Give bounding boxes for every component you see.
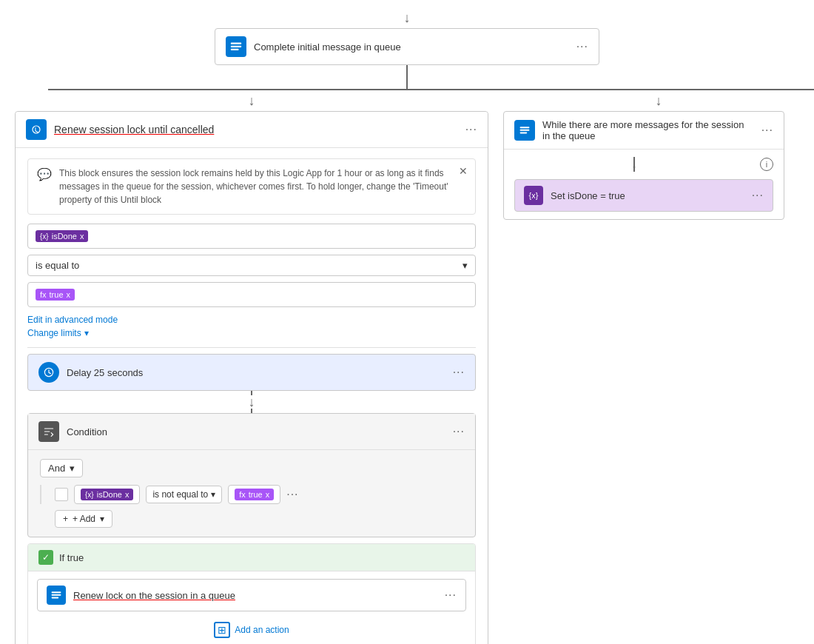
right-column: While there are more messages for the se…: [503, 111, 784, 220]
if-true-add-action[interactable]: ⊞ Add an action: [37, 617, 466, 643]
renew-lock-menu[interactable]: ···: [445, 588, 457, 602]
renew-lock-action: Renew lock on the session in a queue ···: [37, 579, 466, 611]
if-true-block: ✓ If true: [27, 543, 476, 644]
func-icon: fx: [40, 290, 47, 299]
complete-message-title: Complete initial message in queue: [254, 41, 569, 53]
set-var-title: Set isDone = true: [551, 190, 744, 201]
svg-rect-2: [231, 49, 239, 50]
while-body: ↓ i {x} Set isDone = true ···: [504, 150, 784, 219]
isdone-close[interactable]: x: [80, 232, 84, 241]
left-column: Renew session lock until cancelled ··· 💬…: [15, 111, 488, 644]
add-plus-icon: +: [63, 514, 68, 524]
true-chip[interactable]: fx true x: [36, 289, 75, 301]
operator-chevron: ▾: [462, 260, 468, 271]
cond-isdone-chip[interactable]: {x} isDone x: [81, 489, 133, 500]
add-condition-btn[interactable]: + + Add ▾: [55, 510, 112, 528]
renew-lock-svg: [50, 589, 62, 601]
change-limits-link[interactable]: Change limits ▾: [27, 328, 476, 338]
while-title: While there are more messages for the se…: [542, 119, 754, 141]
chip-var-icon: {x}: [40, 232, 49, 241]
if-true-body: Renew lock on the session in a queue ···…: [28, 571, 475, 644]
while-block: While there are more messages for the se…: [503, 111, 784, 220]
queue-svg: [229, 40, 243, 53]
delay-to-condition-connector: ↓: [27, 391, 476, 413]
complete-message-menu[interactable]: ···: [576, 40, 588, 53]
while-menu[interactable]: ···: [761, 124, 773, 137]
if-true-icon: ✓: [38, 550, 53, 565]
until-svg: [30, 124, 42, 135]
condition-title: Condition: [67, 426, 107, 437]
delay-icon: [38, 362, 59, 383]
svg-rect-4: [52, 591, 61, 593]
svg-rect-1: [231, 46, 241, 47]
and-row: And ▾: [40, 459, 463, 477]
delay-title: Delay 25 seconds: [67, 367, 143, 378]
condition-header: Condition ···: [28, 414, 475, 450]
top-arrow: ↓: [404, 7, 411, 28]
left-branch-arrow: ↓: [249, 90, 255, 111]
true-label: true: [50, 290, 64, 299]
set-var-icon: {x}: [524, 186, 543, 205]
until-info-text: This block ensures the session lock rema…: [59, 167, 466, 207]
until-body: 💬 This block ensures the session lock re…: [16, 148, 488, 644]
delay-svg: [43, 366, 55, 378]
if-true-header: ✓ If true: [28, 544, 475, 571]
cond-chip-icon: {x}: [85, 491, 94, 499]
condition-icon: [38, 421, 59, 442]
until-header: Renew session lock until cancelled ···: [16, 112, 488, 148]
set-var-menu[interactable]: ···: [752, 189, 764, 202]
svg-rect-9: [520, 132, 528, 133]
svg-rect-8: [520, 130, 530, 131]
while-connector: ↓: [514, 157, 754, 172]
isdone-field[interactable]: {x} isDone x: [27, 224, 476, 249]
until-links: Edit in advanced mode Change limits ▾: [27, 315, 476, 338]
condition-row: {x} isDone x is not equal to ▾: [40, 485, 463, 504]
info-close-btn[interactable]: ✕: [459, 165, 468, 177]
cond-value-field[interactable]: fx true x: [228, 485, 280, 504]
svg-rect-7: [520, 127, 530, 128]
while-svg: [519, 124, 531, 136]
condition-svg: [43, 426, 55, 437]
renew-lock-title: Renew lock on the session in a queue: [73, 590, 437, 601]
condition-menu[interactable]: ···: [453, 425, 465, 438]
info-icon: 💬: [37, 167, 52, 207]
operator-label: is equal to: [36, 260, 79, 271]
cond-isdone-field[interactable]: {x} isDone x: [74, 485, 140, 504]
true-field[interactable]: fx true x: [27, 282, 476, 307]
isdone-label: isDone: [52, 232, 77, 241]
while-down-arrow: ↓: [632, 159, 637, 170]
set-var-block: {x} Set isDone = true ···: [514, 179, 773, 212]
cond-row-menu[interactable]: ···: [286, 488, 298, 501]
complete-message-block: Complete initial message in queue ···: [215, 28, 599, 65]
until-menu[interactable]: ···: [465, 123, 477, 136]
until-icon: [26, 119, 47, 140]
while-header: While there are more messages for the se…: [504, 112, 784, 150]
and-select[interactable]: And ▾: [40, 459, 83, 477]
if-true-add-icon: ⊞: [214, 622, 230, 638]
condition-block: Condition ··· And ▾: [27, 413, 476, 537]
delay-menu[interactable]: ···: [453, 366, 465, 379]
cond-checkbox[interactable]: [55, 488, 68, 501]
right-branch-arrow: ↓: [656, 90, 662, 111]
while-icon: [514, 120, 535, 141]
down-arrow-2: ↓: [249, 395, 255, 409]
until-info-banner: 💬 This block ensures the session lock re…: [27, 158, 476, 215]
edit-advanced-link[interactable]: Edit in advanced mode: [27, 315, 476, 325]
condition-body: And ▾ {x} isDone: [28, 450, 475, 537]
until-block: Renew session lock until cancelled ··· 💬…: [15, 111, 488, 644]
complete-message-icon: [226, 36, 246, 57]
cond-op-select[interactable]: is not equal to ▾: [146, 486, 222, 503]
while-info-row: ↓ i: [514, 157, 773, 172]
add-condition-row: + + Add ▾: [40, 510, 463, 528]
until-title: Renew session lock until cancelled: [54, 124, 458, 135]
operator-select[interactable]: is equal to ▾: [27, 255, 476, 276]
while-info-circle[interactable]: i: [760, 158, 773, 171]
true-close[interactable]: x: [67, 290, 71, 299]
isdone-chip[interactable]: {x} isDone x: [36, 230, 88, 242]
until-divider: [27, 347, 476, 348]
svg-rect-0: [231, 43, 241, 44]
svg-rect-5: [52, 594, 61, 596]
cond-true-chip[interactable]: fx true x: [235, 489, 274, 500]
if-true-label: If true: [59, 552, 84, 563]
renew-lock-icon: [47, 586, 66, 605]
